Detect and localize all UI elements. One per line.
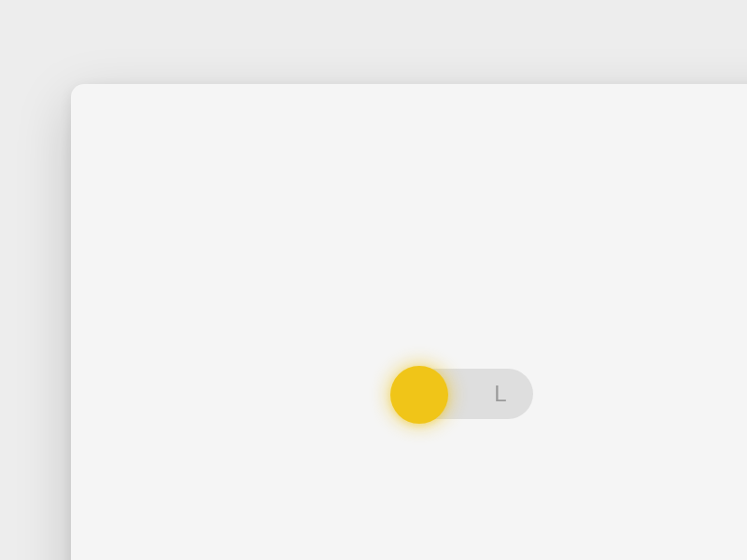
toggle-right-label: L <box>494 381 507 407</box>
toggle-switch[interactable]: L <box>393 369 533 419</box>
toggle-knob <box>390 366 448 424</box>
card-panel: L <box>71 84 747 560</box>
